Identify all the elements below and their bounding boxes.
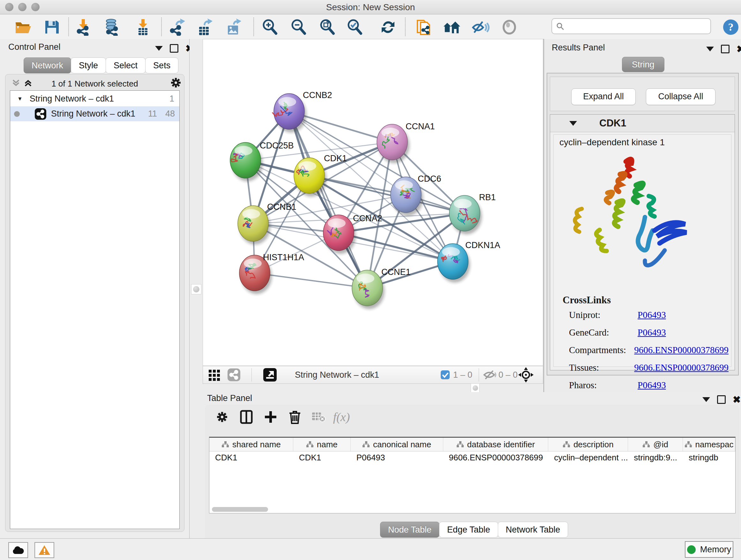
warnings-button[interactable]	[35, 542, 54, 558]
table-gear-icon[interactable]	[212, 409, 232, 425]
show-columns-icon[interactable]	[237, 409, 256, 425]
node-CDC25B[interactable]: CDC25B	[230, 141, 294, 181]
column-header-description[interactable]: description	[548, 438, 628, 451]
add-column-icon[interactable]	[261, 409, 280, 425]
cell-namespac[interactable]: stringdb	[683, 453, 735, 462]
column-header-@id[interactable]: @id	[628, 438, 683, 451]
tab-string[interactable]: String	[622, 57, 664, 72]
section-collapse-icon[interactable]	[569, 121, 577, 126]
node-table[interactable]: shared namenamecanonical namedatabase id…	[209, 437, 736, 513]
import-database-icon[interactable]	[103, 18, 121, 36]
cell-name[interactable]: CDK1	[293, 453, 351, 462]
float-panel-icon[interactable]	[706, 47, 714, 51]
node-HIST1H1A[interactable]: HIST1H1A	[239, 253, 304, 294]
grid-view-icon[interactable]	[208, 366, 221, 383]
table-panel-tabs: Node TableEdge TableNetwork Table	[380, 522, 568, 538]
import-network-icon[interactable]	[74, 18, 92, 36]
node-CCNB2[interactable]: CCNB2	[272, 90, 332, 132]
cloud-icon	[12, 546, 24, 555]
column-header-name[interactable]: name	[293, 438, 351, 451]
search-input[interactable]	[551, 18, 711, 34]
maximize-panel-icon[interactable]	[717, 395, 726, 404]
node-CCNE1[interactable]: CCNE1	[352, 267, 411, 309]
crosslink-value[interactable]: 9606.ENSP00000378699	[634, 362, 729, 373]
network-collection-row[interactable]: ▼ String Network – cdk1 1	[10, 91, 179, 106]
maximize-panel-icon[interactable]	[170, 44, 179, 53]
column-header-shared-name[interactable]: shared name	[209, 438, 293, 451]
column-header-database-identifier[interactable]: database identifier	[443, 438, 549, 451]
import-table-icon[interactable]	[134, 18, 152, 36]
collapse-all-button[interactable]: Collapse All	[646, 88, 716, 105]
tab-sets[interactable]: Sets	[145, 57, 179, 73]
table-panel-title: Table Panel	[207, 393, 252, 403]
left-splitter[interactable]	[190, 39, 203, 392]
refresh-icon[interactable]	[379, 18, 397, 36]
hide-selection-icon[interactable]	[472, 18, 489, 36]
horizontal-splitter[interactable]	[203, 384, 543, 392]
help-icon[interactable]: ?	[722, 18, 740, 36]
left-splitter-handle[interactable]	[191, 284, 201, 294]
cell-@id[interactable]: stringdb:9...	[628, 453, 683, 462]
cloud-button[interactable]	[8, 542, 28, 558]
export-network-icon[interactable]	[169, 18, 186, 36]
home-networks-icon[interactable]	[443, 18, 461, 36]
expand-all-button[interactable]: Expand All	[571, 88, 636, 105]
table-row[interactable]: CDK1CDK1P064939606.ENSP00000378699cyclin…	[209, 451, 735, 463]
zoom-selected-icon[interactable]	[346, 18, 364, 36]
export-table-icon[interactable]	[196, 18, 214, 36]
node-CDK1[interactable]: CDK1	[294, 153, 347, 197]
network-canvas[interactable]: CCNB2CCNA1CDC25BCDK1CDC6RB1CCNB1CCNA2CDK…	[203, 39, 543, 366]
zoom-in-icon[interactable]	[261, 18, 279, 36]
results-panel: Results Panel ✖ String Expand All Collap…	[543, 39, 741, 392]
crosslink-value[interactable]: P06493	[637, 310, 666, 320]
node-CCNB1[interactable]: CCNB1	[238, 202, 296, 245]
horizontal-splitter-handle[interactable]	[471, 383, 480, 392]
column-header-canonical-name[interactable]: canonical name	[351, 438, 443, 451]
node-table-container: f(x) shared namenamecanonical namedataba…	[205, 405, 739, 538]
maximize-panel-icon[interactable]	[721, 45, 730, 53]
cell-canonical-name[interactable]: P06493	[351, 453, 443, 462]
table-hscrollbar[interactable]	[212, 507, 268, 512]
cell-database-identifier[interactable]: 9606.ENSP00000378699	[443, 453, 549, 462]
save-icon[interactable]	[43, 18, 61, 36]
birds-eye-crosshair-icon[interactable]	[518, 366, 534, 383]
tab-network-table[interactable]: Network Table	[498, 522, 568, 538]
float-panel-icon[interactable]	[155, 46, 163, 51]
crosslink-value[interactable]: P06493	[637, 380, 666, 390]
tree-expand-icon[interactable]: ▼	[17, 96, 23, 102]
open-folder-icon[interactable]	[14, 18, 32, 36]
memory-button[interactable]: Memory	[685, 541, 733, 558]
float-panel-icon[interactable]	[702, 397, 710, 402]
zoom-out-icon[interactable]	[290, 18, 308, 36]
tab-select[interactable]: Select	[106, 57, 145, 73]
node-CCNA2[interactable]: CCNA2	[323, 213, 382, 254]
node-CCNA1[interactable]: CCNA1	[377, 122, 435, 163]
string-view-icon[interactable]	[227, 366, 241, 383]
node-RB1[interactable]: RB1	[449, 192, 496, 234]
string-results-container: Expand All Collapse All CDK1 cyclin–depe…	[547, 73, 739, 375]
network-options-gear-icon[interactable]	[170, 77, 182, 88]
crosslink-value[interactable]: P06493	[637, 327, 666, 338]
tab-node-table[interactable]: Node Table	[380, 522, 440, 538]
cdk1-section-header[interactable]: CDK1	[550, 115, 735, 132]
column-header-namespac[interactable]: namespac	[683, 438, 735, 451]
cell-description[interactable]: cyclin–dependent ...	[548, 453, 628, 462]
node-CDKN1A[interactable]: CDKN1A	[437, 240, 500, 283]
close-panel-icon[interactable]: ✖	[737, 46, 741, 52]
crosslink-value[interactable]: 9606.ENSP00000378699	[634, 345, 729, 355]
show-selection-icon[interactable]	[500, 18, 518, 36]
selected-checkbox-icon[interactable]	[441, 366, 450, 383]
clone-network-icon[interactable]	[415, 18, 433, 36]
close-panel-icon[interactable]: ✖	[733, 396, 741, 403]
network-row-selected[interactable]: String Network – cdk1 11 48	[10, 106, 179, 121]
tab-edge-table[interactable]: Edge Table	[439, 522, 498, 538]
export-image-icon[interactable]	[225, 18, 243, 36]
detach-view-icon[interactable]	[263, 366, 277, 383]
network-view-title: String Network – cdk1	[295, 366, 379, 383]
cell-shared-name[interactable]: CDK1	[209, 453, 293, 462]
delete-column-icon[interactable]	[285, 409, 305, 425]
tab-network[interactable]: Network	[23, 57, 71, 73]
zoom-fit-icon[interactable]	[319, 18, 336, 36]
crosslink-label: Compartments:	[569, 345, 634, 355]
tab-style[interactable]: Style	[71, 57, 106, 73]
